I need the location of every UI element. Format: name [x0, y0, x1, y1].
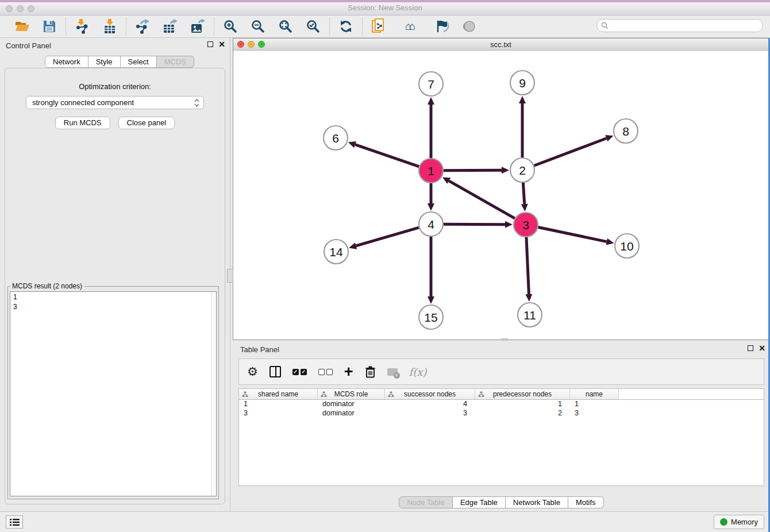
panel-splitter-handle[interactable]: [227, 269, 233, 283]
zoom-in-button[interactable]: [222, 18, 239, 35]
edge-2-8[interactable]: [534, 138, 607, 166]
tab-motifs[interactable]: Motifs: [568, 496, 604, 508]
tab-edge-table[interactable]: Edge Table: [453, 496, 506, 508]
save-session-button[interactable]: [41, 18, 58, 35]
export-image-button[interactable]: [189, 18, 206, 35]
network-window-titlebar[interactable]: × − + scc.txt: [233, 38, 768, 51]
home-button[interactable]: ⌂⌂: [398, 18, 423, 35]
network-graph[interactable]: 7968124314101511: [233, 51, 768, 340]
search-icon: [601, 22, 609, 29]
search-field[interactable]: [596, 19, 763, 32]
export-network-button[interactable]: [134, 18, 151, 35]
edge-arrowhead: [348, 141, 356, 148]
attribute-icon: [321, 391, 327, 398]
table-toolbar: ⚙ ✓✓ + f(x): [238, 358, 764, 385]
hide-flag-icon: [434, 20, 449, 33]
column-header-predecessor-nodes[interactable]: predecessor nodes: [475, 389, 570, 399]
tab-network-table[interactable]: Network Table: [506, 496, 568, 508]
cell-mcds-role[interactable]: dominator: [318, 409, 385, 418]
close-table-panel-icon[interactable]: ✕: [759, 345, 765, 351]
cell-predecessor-nodes[interactable]: 1: [475, 400, 570, 409]
tab-mcds[interactable]: MCDS: [157, 56, 194, 68]
edge-2-3[interactable]: [523, 183, 524, 204]
deselect-all-columns-icon[interactable]: [318, 369, 333, 375]
zoom-selected-button[interactable]: [305, 18, 322, 35]
tab-network[interactable]: Network: [45, 56, 88, 68]
table-row[interactable]: 1 dominator 4 1 1: [239, 400, 764, 409]
edge-arrowhead: [349, 242, 357, 249]
network-window-title: scc.txt: [233, 40, 768, 49]
edge-3-1[interactable]: [449, 181, 515, 218]
columns-icon[interactable]: [270, 366, 281, 377]
edge-arrowhead: [606, 238, 614, 245]
graph-node-label: 6: [332, 132, 339, 145]
cell-successor-nodes[interactable]: 4: [385, 400, 475, 409]
export-table-button[interactable]: [161, 18, 179, 35]
open-session-button[interactable]: [13, 18, 30, 35]
edge-1-2[interactable]: [444, 170, 502, 171]
result-scrollbar[interactable]: [211, 292, 216, 496]
export-table-icon: [163, 19, 178, 34]
cell-name[interactable]: 1: [570, 400, 619, 409]
cell-shared-name[interactable]: 1: [239, 400, 318, 409]
edge-3-10[interactable]: [538, 228, 607, 242]
zoom-out-button[interactable]: [249, 18, 267, 35]
column-header-successor-nodes[interactable]: successor nodes: [385, 389, 475, 399]
criterion-dropdown[interactable]: strongly connected component: [26, 96, 204, 109]
copy-network-button[interactable]: [370, 18, 387, 35]
result-line: 3: [13, 302, 213, 312]
float-table-panel-icon[interactable]: [748, 345, 753, 351]
cell-name[interactable]: 3: [570, 409, 619, 418]
optimization-criterion-label: Optimization criterion:: [5, 82, 225, 91]
eye-button[interactable]: [461, 18, 478, 35]
table-panel-tabs: Node Table Edge Table Network Table Moti…: [233, 496, 770, 508]
tab-node-table[interactable]: Node Table: [399, 496, 453, 508]
column-header-name[interactable]: name: [570, 389, 619, 399]
table-panel: Table Panel ✕ ⚙ ✓✓ + f(x) shared name: [233, 342, 770, 511]
zoom-fit-button[interactable]: [277, 18, 294, 35]
graph-node-label: 10: [620, 240, 633, 253]
table-header: shared name MCDS role successor nodes pr…: [239, 389, 764, 400]
hide-flag-button[interactable]: [433, 18, 451, 35]
cell-predecessor-nodes[interactable]: 2: [475, 409, 570, 418]
mcds-result-box: MCDS result (2 nodes) 1 3: [7, 282, 219, 499]
column-header-shared-name[interactable]: shared name: [239, 389, 318, 399]
edge-4-14[interactable]: [356, 228, 419, 246]
window-resize-handle[interactable]: [501, 338, 508, 341]
float-panel-icon[interactable]: [207, 41, 213, 47]
edge-3-11[interactable]: [526, 237, 529, 294]
tab-style[interactable]: Style: [88, 56, 121, 68]
zoom-in-icon: [224, 20, 237, 33]
cell-successor-nodes[interactable]: 3: [385, 409, 475, 418]
close-panel-button[interactable]: Close panel: [118, 117, 175, 129]
open-session-icon: [14, 20, 30, 33]
close-panel-icon[interactable]: ✕: [218, 41, 225, 47]
run-mcds-button[interactable]: Run MCDS: [55, 117, 110, 129]
table-row[interactable]: 3 dominator 3 2 3: [239, 409, 764, 418]
control-panel-title: Control Panel: [6, 41, 51, 50]
select-all-columns-icon[interactable]: ✓✓: [292, 369, 307, 375]
add-icon[interactable]: +: [344, 365, 353, 378]
task-history-button[interactable]: [6, 515, 23, 529]
mcds-result-area[interactable]: 1 3: [10, 291, 217, 496]
edge-1-6[interactable]: [355, 145, 419, 167]
refresh-layout-button[interactable]: [337, 18, 355, 35]
memory-button[interactable]: Memory: [714, 515, 764, 529]
column-header-mcds-role[interactable]: MCDS role: [318, 389, 385, 399]
gear-icon[interactable]: ⚙: [247, 366, 258, 377]
edge-arrowhead: [502, 167, 509, 174]
import-network-button[interactable]: [74, 18, 91, 35]
network-canvas[interactable]: 7968124314101511: [233, 51, 768, 340]
trash-icon[interactable]: [365, 366, 376, 378]
search-input[interactable]: [611, 22, 763, 30]
copy-network-icon: [371, 18, 386, 34]
edge-4-3[interactable]: [444, 224, 505, 225]
home-icon: ⌂⌂: [405, 20, 415, 33]
memory-label: Memory: [731, 518, 758, 526]
save-session-icon: [43, 20, 56, 33]
tab-select[interactable]: Select: [121, 56, 157, 68]
cell-shared-name[interactable]: 3: [239, 409, 318, 418]
export-image-icon: [190, 19, 205, 34]
import-table-button[interactable]: [101, 18, 118, 35]
cell-mcds-role[interactable]: dominator: [318, 400, 385, 409]
